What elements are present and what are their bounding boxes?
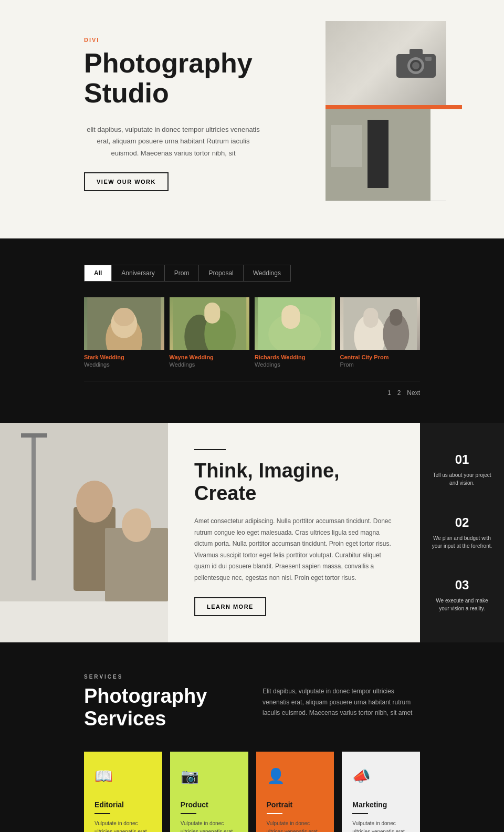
svg-rect-17	[204, 303, 220, 324]
service-card-marketing[interactable]: 📣 Marketing Vulputate in donec ultricies…	[342, 752, 420, 832]
service-underline-marketing	[352, 813, 368, 814]
tic-step-2: 02 We plan and budget with your input at…	[430, 515, 494, 550]
services-label: SERVICES	[84, 674, 242, 680]
svg-point-33	[122, 508, 151, 542]
tab-weddings[interactable]: Weddings	[244, 265, 290, 281]
view-our-work-button[interactable]: VIEW OUR WORK	[84, 172, 169, 191]
service-underline-portrait	[267, 813, 282, 814]
hero-section: DIVI Photography Studio elit dapibus, vu…	[0, 0, 504, 238]
editorial-icon: 📖	[94, 767, 113, 785]
portfolio-item-1[interactable]: Stark Wedding Weddings	[84, 297, 164, 368]
services-description: Elit dapibus, vulputate in donec tempor …	[262, 686, 420, 718]
service-card-product[interactable]: 📷 Product Vulputate in donec ultricies v…	[170, 752, 248, 832]
hero-top-image	[326, 21, 446, 105]
tab-proposal[interactable]: Proposal	[199, 265, 243, 281]
services-grid: 📖 Editorial Vulputate in donec ultricies…	[84, 752, 420, 832]
svg-rect-24	[363, 308, 378, 328]
portfolio-item-4[interactable]: Central City Prom Prom	[340, 297, 421, 368]
portfolio-title-3[interactable]: Richards Wedding	[255, 354, 335, 360]
portfolio-thumb-1	[84, 297, 164, 350]
portfolio-item-2[interactable]: Wayne Wedding Weddings	[170, 297, 250, 368]
hero-bottom-svg	[326, 109, 430, 201]
hero-bottom-image	[326, 109, 430, 201]
portfolio-cat-3: Weddings	[255, 361, 335, 368]
hero-bottom-divider	[326, 201, 446, 201]
service-desc-editorial: Vulputate in donec ultricies venenatis e…	[94, 819, 152, 832]
portfolio-thumb-2	[170, 297, 250, 350]
service-underline-editorial	[94, 813, 110, 814]
service-name-editorial: Editorial	[94, 800, 124, 809]
portfolio-tabs: All Anniversary Prom Proposal Weddings	[84, 265, 291, 282]
tic-steps: 01 Tell us about your project and vision…	[420, 423, 504, 642]
services-title: Photography Services	[84, 685, 242, 731]
service-underline-product	[181, 813, 196, 814]
tic-title-divider	[194, 449, 226, 450]
portfolio-section: All Anniversary Prom Proposal Weddings S…	[0, 238, 504, 423]
service-name-product: Product	[181, 800, 208, 809]
page-1[interactable]: 1	[387, 389, 391, 397]
services-header-right: Elit dapibus, vulputate in donec tempor …	[262, 686, 420, 718]
marketing-icon: 📣	[352, 767, 371, 785]
tic-step-1: 01 Tell us about your project and vision…	[430, 452, 494, 487]
portfolio-thumb-3	[255, 297, 335, 350]
hero-left: DIVI Photography Studio elit dapibus, vu…	[0, 21, 326, 207]
portfolio-pagination: 1 2 Next	[84, 381, 420, 397]
svg-rect-29	[21, 433, 47, 438]
svg-rect-1	[410, 49, 423, 57]
hero-title: Photography Studio	[84, 48, 294, 108]
page-next[interactable]: Next	[407, 389, 420, 397]
svg-rect-5	[425, 57, 432, 61]
tic-section: Think, Imagine, Create Amet consectetur …	[0, 423, 504, 642]
tic-title: Think, Imagine, Create	[194, 460, 394, 505]
svg-rect-13	[113, 308, 134, 326]
service-desc-marketing: Vulputate in donec ultricies venenatis e…	[352, 819, 410, 832]
camera-icon	[394, 46, 441, 80]
tab-anniversary[interactable]: Anniversary	[112, 265, 164, 281]
portfolio-title-2[interactable]: Wayne Wedding	[170, 354, 250, 360]
page-2[interactable]: 2	[397, 389, 401, 397]
portfolio-thumb-4	[340, 297, 421, 350]
service-name-marketing: Marketing	[352, 800, 387, 809]
hero-description: elit dapibus, vulputate in donec tempor …	[84, 124, 262, 159]
orange-accent-bar	[326, 105, 462, 109]
tab-all[interactable]: All	[85, 265, 112, 281]
svg-rect-28	[32, 433, 36, 580]
portfolio-cat-2: Weddings	[170, 361, 250, 368]
service-name-portrait: Portrait	[267, 800, 293, 809]
product-icon: 📷	[181, 767, 199, 785]
svg-rect-26	[390, 309, 402, 326]
portfolio-title-1[interactable]: Stark Wedding	[84, 354, 164, 360]
learn-more-button[interactable]: LEARN MORE	[194, 597, 266, 616]
hero-right	[326, 21, 472, 201]
services-header-row: SERVICES Photography Services Elit dapib…	[84, 674, 420, 731]
service-desc-portrait: Vulputate in donec ultrices venenatis er…	[267, 819, 324, 832]
tab-prom[interactable]: Prom	[165, 265, 200, 281]
tic-step-3: 03 We execute and make your vision a rea…	[430, 578, 494, 612]
tic-middle: Think, Imagine, Create Amet consectetur …	[168, 423, 420, 642]
service-desc-product: Vulputate in donec ultricies venenatis e…	[181, 819, 238, 832]
portfolio-cat-1: Weddings	[84, 361, 164, 368]
hero-brand: DIVI	[84, 37, 294, 43]
tic-description: Amet consectetur adipiscing. Nulla portt…	[194, 516, 394, 584]
portfolio-item-3[interactable]: Richards Wedding Weddings	[255, 297, 335, 368]
svg-point-4	[412, 62, 419, 69]
tic-left-image	[0, 423, 168, 642]
portfolio-grid: Stark Wedding Weddings Wayne Wedding Wed…	[84, 297, 420, 368]
services-header-left: SERVICES Photography Services	[84, 674, 242, 731]
portrait-icon: 👤	[267, 767, 285, 785]
services-section: SERVICES Photography Services Elit dapib…	[0, 642, 504, 832]
portfolio-title-4[interactable]: Central City Prom	[340, 354, 421, 360]
service-card-portrait[interactable]: 👤 Portrait Vulputate in donec ultrices v…	[256, 752, 334, 832]
svg-rect-21	[281, 305, 300, 329]
service-card-editorial[interactable]: 📖 Editorial Vulputate in donec ultricies…	[84, 752, 162, 832]
svg-rect-9	[331, 125, 362, 167]
svg-point-31	[76, 481, 113, 523]
portfolio-cat-4: Prom	[340, 361, 421, 368]
